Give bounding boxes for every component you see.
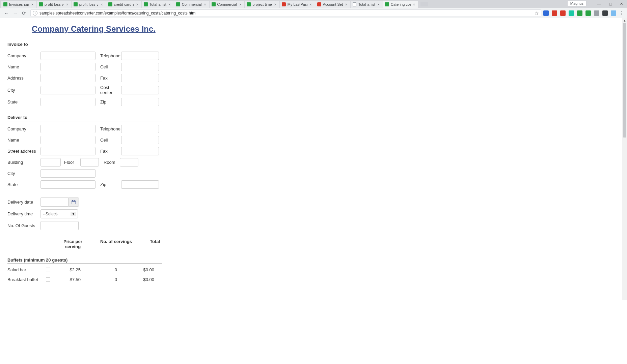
browser-tab[interactable]: Total-a-list× — [351, 1, 383, 8]
telephone-input[interactable] — [121, 52, 159, 60]
item-checkbox[interactable] — [46, 268, 50, 272]
extension-icon[interactable] — [560, 10, 566, 16]
tab-title: Account Set — [323, 2, 343, 6]
extension-icons — [543, 10, 618, 16]
item-row: Breakfast buffet$7.500$0.00 — [7, 277, 627, 282]
new-tab-button[interactable] — [420, 2, 428, 6]
address-input[interactable] — [40, 74, 96, 82]
calendar-button[interactable] — [68, 198, 79, 207]
chevron-down-icon: ▼ — [71, 212, 76, 216]
tab-title: Invoices-sam — [9, 2, 29, 6]
bookmark-star-icon[interactable]: ☆ — [533, 10, 539, 16]
deliver-company-input[interactable] — [40, 125, 96, 133]
tab-close-button[interactable]: × — [273, 2, 277, 6]
extension-icon[interactable] — [594, 10, 599, 16]
tab-title: profit-loss-v — [79, 2, 99, 6]
room-input[interactable] — [120, 158, 138, 166]
browser-tab[interactable]: project-time× — [245, 1, 279, 8]
tab-title: Catering cos — [391, 2, 411, 6]
extension-icon[interactable] — [577, 10, 582, 16]
deliver-telephone-input[interactable] — [121, 125, 159, 133]
tab-close-button[interactable]: × — [344, 2, 348, 6]
item-checkbox[interactable] — [46, 277, 50, 282]
street-address-input[interactable] — [40, 147, 96, 155]
zip-input[interactable] — [121, 98, 159, 106]
browser-tab[interactable]: Total-a-list× — [142, 1, 174, 8]
items-list: Salad bar$2.250$0.00Breakfast buffet$7.5… — [7, 267, 627, 282]
tab-close-button[interactable]: × — [168, 2, 172, 6]
building-input[interactable] — [40, 158, 61, 166]
item-price: $2.25 — [53, 267, 87, 272]
tab-title: project-time — [252, 2, 272, 6]
company-input[interactable] — [40, 52, 96, 60]
deliver-zip-input[interactable] — [121, 180, 159, 189]
name-input[interactable] — [40, 63, 96, 71]
browser-menu-button[interactable]: ⋮ — [618, 10, 625, 16]
browser-tab[interactable]: profit-loss-v× — [37, 1, 71, 8]
address-input[interactable] — [39, 11, 533, 16]
tab-close-button[interactable]: × — [412, 2, 416, 6]
browser-tab[interactable]: My LastPass× — [280, 1, 315, 8]
extension-icon[interactable] — [569, 10, 574, 16]
tab-close-button[interactable]: × — [135, 2, 139, 6]
extension-icon[interactable] — [585, 10, 591, 16]
site-info-icon[interactable]: i — [33, 11, 37, 16]
deliver-fax-input[interactable] — [121, 147, 159, 155]
floor-label: Floor — [64, 160, 80, 165]
delivery-date-input[interactable] — [40, 198, 68, 207]
svg-rect-2 — [72, 200, 73, 201]
fax-input[interactable] — [121, 74, 159, 82]
floor-input[interactable] — [80, 158, 99, 166]
no-of-guests-input[interactable] — [40, 221, 79, 230]
deliver-name-input[interactable] — [40, 136, 96, 144]
deliver-city-input[interactable] — [40, 169, 96, 178]
zip-label: Zip — [100, 99, 121, 104]
tab-close-button[interactable]: × — [30, 2, 34, 6]
deliver-fax-label: Fax — [100, 149, 121, 154]
browser-tab[interactable]: Catering cos× — [383, 1, 418, 8]
tab-close-button[interactable]: × — [309, 2, 313, 6]
state-input[interactable] — [40, 98, 96, 106]
cost-center-input[interactable] — [121, 86, 159, 94]
tab-close-button[interactable]: × — [65, 2, 69, 6]
window-maximize-button[interactable]: ▢ — [605, 0, 616, 7]
city-input[interactable] — [40, 86, 96, 94]
extension-icon[interactable] — [602, 10, 608, 16]
tab-close-button[interactable]: × — [100, 2, 104, 6]
browser-tab[interactable]: credit-card-s× — [106, 1, 141, 8]
items-table-header: Price per serving No. of servings Total — [7, 239, 627, 250]
deliver-state-input[interactable] — [40, 180, 96, 189]
browser-tab[interactable]: profit-loss-v× — [72, 1, 106, 8]
tab-close-button[interactable]: × — [377, 2, 381, 6]
page-scrollbar[interactable]: ▲ ▼ — [622, 18, 627, 300]
browser-chrome: Invoices-sam×profit-loss-v×profit-loss-v… — [0, 0, 627, 18]
deliver-to-heading: Deliver to — [7, 115, 162, 121]
scroll-up-arrow[interactable]: ▲ — [623, 18, 626, 23]
telephone-label: Telephone — [100, 53, 121, 58]
nav-reload-button[interactable]: ⟳ — [20, 9, 28, 17]
tab-close-button[interactable]: × — [238, 2, 242, 6]
extension-icon[interactable] — [552, 10, 557, 16]
tab-title: Commercial — [217, 2, 237, 6]
browser-tab[interactable]: Invoices-sam× — [1, 1, 36, 8]
tab-close-button[interactable]: × — [203, 2, 207, 6]
browser-tab[interactable]: Commercial× — [174, 1, 209, 8]
delivery-time-select[interactable]: --Select- ▼ — [40, 209, 78, 218]
tab-favicon — [317, 2, 321, 6]
extension-icon[interactable] — [611, 10, 616, 16]
browser-user-badge[interactable]: Magnus — [567, 1, 587, 6]
browser-tab[interactable]: Account Set× — [315, 1, 350, 8]
cell-input[interactable] — [121, 63, 159, 71]
nav-back-button[interactable]: ← — [2, 9, 11, 17]
nav-forward-button[interactable]: → — [11, 9, 20, 17]
scroll-thumb[interactable] — [623, 23, 626, 138]
window-minimize-button[interactable]: — — [594, 0, 605, 7]
window-close-button[interactable]: ✕ — [616, 0, 627, 7]
extension-icon[interactable] — [543, 10, 549, 16]
browser-tab[interactable]: Commercial× — [210, 1, 245, 8]
room-label: Room — [104, 160, 120, 165]
address-bar: i ☆ — [30, 9, 541, 17]
deliver-cell-input[interactable] — [121, 136, 159, 144]
invoice-to-section: Invoice to Company Telephone Name Cell A… — [7, 42, 627, 106]
deliver-city-label: City — [7, 171, 40, 176]
